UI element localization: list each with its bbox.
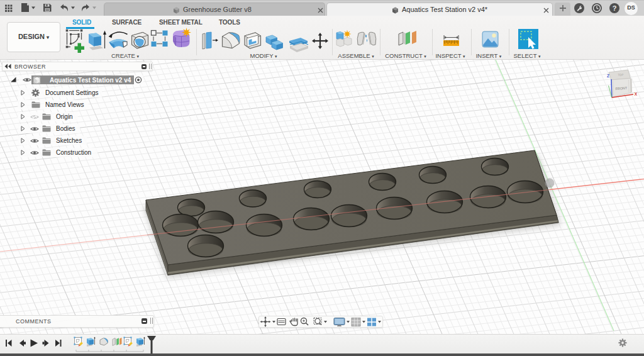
svg-text:Z: Z	[607, 74, 609, 78]
svg-text:X: X	[635, 92, 638, 96]
svg-text:?: ?	[613, 4, 617, 12]
svg-text:TOP: TOP	[618, 73, 623, 77]
